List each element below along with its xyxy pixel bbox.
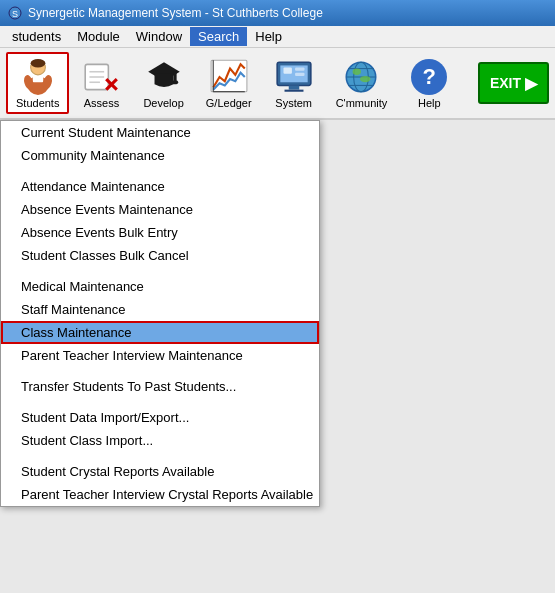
menu-file[interactable]: students — [4, 27, 69, 46]
title-bar-text: Synergetic Management System - St Cuthbe… — [28, 6, 323, 20]
svg-point-33 — [360, 75, 371, 81]
svg-rect-23 — [284, 89, 303, 91]
menu-help[interactable]: Help — [247, 27, 290, 46]
menu-staff[interactable]: Staff Maintenance — [1, 298, 319, 321]
svg-point-32 — [353, 68, 361, 74]
svg-text:S: S — [12, 9, 18, 19]
assess-label: Assess — [84, 97, 119, 109]
exit-label: EXIT — [490, 75, 521, 91]
toolbar-gledger[interactable]: G/Ledger — [196, 52, 262, 114]
develop-label: Develop — [143, 97, 183, 109]
gledger-icon — [209, 58, 249, 96]
assess-icon — [81, 58, 121, 96]
menu-parent-teacher[interactable]: Parent Teacher Interview Maintenance — [1, 344, 319, 367]
develop-icon — [144, 58, 184, 96]
students-icon — [18, 58, 58, 96]
app-icon: S — [8, 6, 22, 20]
svg-rect-5 — [32, 75, 43, 81]
exit-arrow-icon: ▶ — [525, 74, 537, 93]
menu-parent-crystal[interactable]: Parent Teacher Interview Crystal Reports… — [1, 483, 319, 506]
toolbar-community[interactable]: C'mmunity — [326, 52, 398, 114]
help-label: Help — [418, 97, 441, 109]
gledger-label: G/Ledger — [206, 97, 252, 109]
menu-bar: students Module Window Search Help — [0, 26, 555, 48]
menu-class-maintenance[interactable]: Class Maintenance — [1, 321, 319, 344]
menu-absence-bulk[interactable]: Absence Events Bulk Entry — [1, 221, 319, 244]
exit-button[interactable]: EXIT ▶ — [478, 62, 549, 104]
toolbar-develop[interactable]: Develop — [133, 52, 193, 114]
toolbar-help[interactable]: ? Help — [399, 52, 459, 114]
separator-1 — [1, 167, 319, 175]
menu-module[interactable]: Module — [69, 27, 128, 46]
separator-5 — [1, 452, 319, 460]
svg-rect-22 — [288, 85, 299, 89]
separator-2 — [1, 267, 319, 275]
menu-community-maintenance[interactable]: Community Maintenance — [1, 144, 319, 167]
menu-absence-events[interactable]: Absence Events Maintenance — [1, 198, 319, 221]
menu-window[interactable]: Window — [128, 27, 190, 46]
menu-student-data-import[interactable]: Student Data Import/Export... — [1, 406, 319, 429]
menu-transfer-students[interactable]: Transfer Students To Past Students... — [1, 375, 319, 398]
system-label: System — [275, 97, 312, 109]
svg-rect-25 — [295, 67, 304, 70]
system-icon — [274, 58, 314, 96]
menu-medical[interactable]: Medical Maintenance — [1, 275, 319, 298]
toolbar: Students Assess — [0, 48, 555, 120]
svg-rect-24 — [283, 67, 291, 73]
menu-student-class-import[interactable]: Student Class Import... — [1, 429, 319, 452]
menu-current-student[interactable]: Current Student Maintenance — [1, 121, 319, 144]
menu-crystal-reports[interactable]: Student Crystal Reports Available — [1, 460, 319, 483]
toolbar-students[interactable]: Students — [6, 52, 69, 114]
help-icon: ? — [409, 58, 449, 96]
main-area: Current Student Maintenance Community Ma… — [0, 120, 555, 593]
separator-3 — [1, 367, 319, 375]
toolbar-assess[interactable]: Assess — [71, 52, 131, 114]
students-label: Students — [16, 97, 59, 109]
separator-4 — [1, 398, 319, 406]
svg-rect-26 — [295, 72, 304, 75]
title-bar: S Synergetic Management System - St Cuth… — [0, 0, 555, 26]
dropdown-menu: Current Student Maintenance Community Ma… — [0, 120, 320, 507]
community-label: C'mmunity — [336, 97, 388, 109]
menu-search[interactable]: Search — [190, 27, 247, 46]
svg-point-3 — [30, 59, 45, 67]
toolbar-system[interactable]: System — [264, 52, 324, 114]
community-icon — [341, 58, 381, 96]
menu-student-classes-cancel[interactable]: Student Classes Bulk Cancel — [1, 244, 319, 267]
menu-attendance[interactable]: Attendance Maintenance — [1, 175, 319, 198]
